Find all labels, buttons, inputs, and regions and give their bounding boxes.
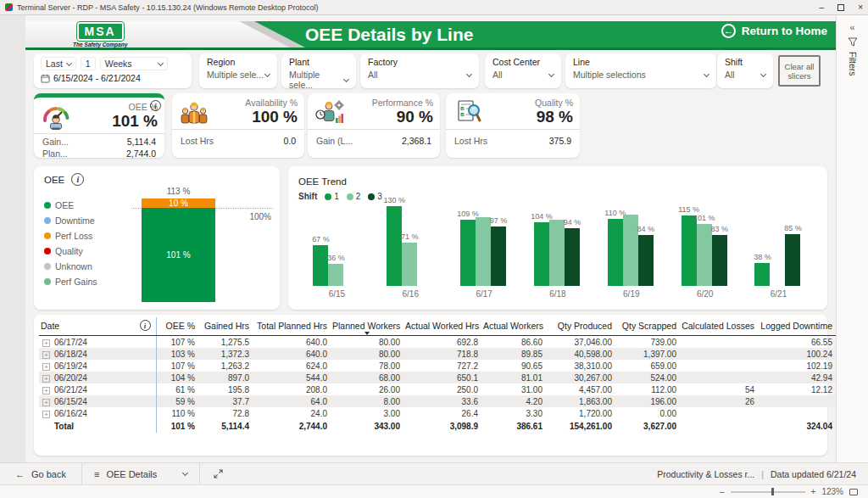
trend-bar-shift-2[interactable] [623, 215, 638, 286]
table-row[interactable]: +06/16/24110 %72.824.03.0026.43.301,720.… [39, 407, 836, 419]
column-header-logged-downtime[interactable]: Logged Downtime [758, 317, 836, 336]
trend-bar-shift-1[interactable] [754, 263, 770, 286]
reference-line-label: 100% [249, 212, 271, 221]
msa-logo-tagline: The Safety Company [73, 42, 127, 48]
column-header-qty-produced[interactable]: Qty Produced [546, 317, 615, 336]
legend-item-perf-loss[interactable]: Perf Loss [44, 231, 97, 241]
slicer-dropdown-shift[interactable]: ShiftAll [717, 53, 773, 88]
stack-segment-oee[interactable]: 101 % [142, 208, 215, 302]
table-row[interactable]: +06/18/24103 %1,372.3640.080.00718.889.8… [39, 348, 836, 360]
fit-to-page-icon[interactable] [849, 489, 858, 495]
zoom-slider-thumb[interactable] [771, 488, 774, 495]
trend-bar-shift-2[interactable] [402, 243, 417, 286]
shift-legend-item-3[interactable]: 3 [368, 192, 382, 201]
table-row[interactable]: +06/17/24107 %1,275.5640.080.00692.886.6… [39, 336, 836, 349]
column-header-planned-workers[interactable]: Planned Workers [331, 317, 403, 336]
expand-row-icon[interactable]: + [42, 387, 50, 394]
expand-row-icon[interactable]: + [42, 375, 50, 383]
column-header-calculated-losses[interactable]: Calculated Losses [680, 317, 758, 336]
table-cell: 42.94 [758, 372, 836, 383]
trend-bar-shift-3[interactable] [712, 235, 727, 286]
zoom-slider[interactable] [731, 491, 805, 493]
slicer-dropdown-plant[interactable]: PlantMultiple sele... [281, 53, 356, 88]
expand-row-icon[interactable]: + [42, 399, 50, 406]
trend-bar-slot: 94 % [565, 228, 580, 286]
expand-row-icon[interactable]: + [42, 363, 50, 371]
clear-all-slicers-button[interactable]: Clear all slicers [778, 55, 821, 87]
minimize-button[interactable]: – [820, 3, 825, 12]
kpi-card-oee[interactable]: i OEE % 101 % Gain [34, 93, 164, 158]
detail-table: DateiOEE %Gained HrsTotal Planned HrsPla… [39, 317, 836, 433]
browser-status-bar: – + 123% [0, 484, 868, 498]
column-header-gained-hrs[interactable]: Gained Hrs [198, 317, 253, 336]
trend-bar-shift-3[interactable] [785, 234, 800, 286]
trend-category-label: 6/15 [313, 289, 360, 299]
trend-bar-shift-2[interactable] [549, 220, 565, 286]
table-cell [758, 395, 836, 407]
legend-item-oee[interactable]: OEE [44, 200, 97, 210]
zoom-out-button[interactable]: – [720, 487, 725, 496]
info-icon[interactable]: i [71, 173, 84, 186]
trend-bar-shift-1[interactable] [460, 220, 476, 286]
trend-bar-shift-3[interactable] [491, 227, 506, 286]
slicer-label: Factory [368, 57, 471, 67]
legend-item-unknown[interactable]: Unknown [44, 261, 97, 271]
trend-bar-shift-1[interactable] [608, 219, 623, 286]
legend-item-quality[interactable]: Quality [44, 246, 97, 256]
table-row[interactable]: +06/21/2461 %195.8208.026.00250.031.004,… [39, 383, 836, 395]
trend-bar-shift-3[interactable] [638, 235, 654, 286]
stacked-bar[interactable]: 101 %10 %113 % [142, 199, 215, 302]
column-header-actual-workers[interactable]: Actual Workers [481, 317, 546, 336]
trend-bar-slot [623, 215, 638, 286]
column-header-qty-scrapped[interactable]: Qty Scrapped [615, 317, 680, 336]
shift-legend-item-2[interactable]: 2 [347, 192, 361, 201]
expand-row-icon[interactable]: + [42, 351, 50, 359]
zoom-in-button[interactable]: + [811, 487, 816, 496]
page-selector-tab[interactable]: ≡ OEE Details [81, 463, 200, 484]
trend-bar-shift-1[interactable] [682, 215, 697, 286]
shift-legend-item-1[interactable]: 1 [325, 192, 339, 201]
trend-bar-shift-2[interactable] [328, 264, 343, 286]
column-header-actual-worked-hrs[interactable]: Actual Worked Hrs [403, 317, 481, 336]
expand-row-icon[interactable]: + [42, 339, 50, 347]
stack-segment-perf-loss[interactable]: 10 % [142, 199, 215, 208]
column-header-date[interactable]: Datei [39, 317, 156, 336]
trend-bar-shift-1[interactable] [534, 222, 549, 286]
table-row[interactable]: +06/19/24107 %1,263.2624.078.00727.290.6… [39, 360, 836, 372]
filters-pane-collapsed[interactable]: « Filters [836, 15, 868, 462]
return-to-home-button[interactable]: ← Return to Home [721, 24, 827, 38]
return-to-home-label: Return to Home [742, 25, 827, 37]
kpi-card-availability[interactable]: Availability % 100 % Lost Hrs0.0 [172, 93, 304, 158]
maximize-button[interactable] [837, 4, 844, 11]
relative-unit-dropdown[interactable]: Weeks [100, 57, 168, 70]
expand-row-icon[interactable]: + [42, 411, 50, 418]
kpi-card-quality[interactable]: Quality % 98 % Lost Hrs375.9 [446, 93, 580, 158]
window-titlebar: Terminal Server - RDP - MSA Safety - 10.… [0, 0, 868, 15]
table-row[interactable]: +06/15/2459 %37.764.08.0033.64.201,863.0… [39, 395, 836, 407]
chevron-down-icon [158, 59, 164, 65]
slicer-dropdown-cost-center[interactable]: Cost CenterAll [485, 53, 561, 88]
info-icon[interactable]: i [140, 320, 151, 331]
trend-bar-shift-3[interactable] [565, 228, 580, 286]
column-header-oee-[interactable]: OEE % [156, 317, 198, 336]
relative-count-input[interactable]: 1 [81, 57, 96, 70]
shift-legend-label: 1 [334, 192, 339, 201]
slicer-dropdown-region[interactable]: RegionMultiple sele... [199, 53, 277, 88]
trend-bar-shift-2[interactable] [697, 224, 712, 286]
slicer-dropdown-line[interactable]: LineMultiple selections [565, 53, 716, 88]
legend-item-downtime[interactable]: Downtime [44, 215, 97, 226]
go-back-button[interactable]: ← Go back [0, 463, 81, 484]
slicer-dropdown-factory[interactable]: FactoryAll [360, 53, 479, 88]
trend-bar-shift-2[interactable] [476, 217, 491, 286]
trend-bar-shift-1[interactable] [387, 206, 402, 286]
close-button[interactable]: × [858, 3, 863, 12]
relative-period-dropdown[interactable]: Last [41, 57, 76, 70]
resize-handle-icon[interactable] [214, 469, 223, 478]
info-icon[interactable]: i [150, 100, 161, 111]
expand-pane-icon[interactable]: « [849, 22, 854, 32]
kpi-card-performance[interactable]: Performance % 90 % Gain (L...2,368.1 [308, 93, 440, 158]
table-row[interactable]: +06/20/24104 %897.0544.068.00650.181.013… [39, 372, 836, 383]
column-header-total-planned-hrs[interactable]: Total Planned Hrs [253, 317, 331, 336]
legend-item-perf-gains[interactable]: Perf Gains [44, 277, 97, 287]
trend-bar-shift-1[interactable] [313, 245, 328, 286]
